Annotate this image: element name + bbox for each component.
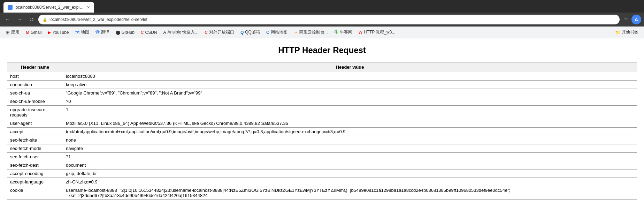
maps-icon: 🗺	[75, 30, 79, 35]
bookmark-aliyun-label: 阿里云控制台...	[299, 29, 328, 35]
header-value-cell: document	[63, 161, 637, 169]
address-bar[interactable]: 🔒 localhost:8080/Servlet_2_war_exploded/…	[38, 15, 620, 24]
active-tab[interactable]: localhost:8080/Servlet_2_war_exploded/he…	[3, 2, 94, 13]
bookmark-newcoder[interactable]: 牛 牛客网	[331, 28, 355, 37]
bookmark-gmail-label: Gmail	[31, 30, 41, 35]
header-value-cell: ?1	[63, 153, 637, 161]
newcoder-icon: 牛	[334, 29, 338, 35]
header-name-cell: connection	[7, 81, 63, 89]
website-icon: C	[266, 30, 269, 35]
bookmark-http-w3[interactable]: W HTTP 教程_w3...	[356, 28, 398, 37]
bookmark-duiwaikai-label: 对外开放端口	[209, 29, 234, 35]
bookmarks-bar: ⊞ 应用 M Gmail ▶ YouTube 🗺 地图 译 翻译 ⬤ GitHu…	[0, 27, 644, 38]
bookmark-csdn[interactable]: C CSDN	[138, 29, 160, 36]
table-row: accept-encodinggzip, deflate, br	[7, 169, 637, 178]
tab-title: localhost:8080/Servlet_2_war_exploded/he…	[15, 5, 85, 10]
header-value-cell: navigate	[63, 144, 637, 153]
header-value-cell: Mozilla/5.0 (X11; Linux x86_64) AppleWeb…	[63, 119, 637, 128]
ansible-icon: A	[163, 30, 166, 35]
forward-button[interactable]: →	[15, 15, 24, 24]
duiwaikai-icon: C	[205, 30, 208, 35]
bookmark-website-label: 网站地图	[271, 29, 288, 35]
github-icon: ⬤	[116, 30, 120, 35]
table-row: accepttext/html,application/xhtml+xml,ap…	[7, 128, 637, 136]
table-row: sec-ch-ua"Google Chrome";v="89", "Chromi…	[7, 89, 637, 97]
bookmark-qq-label: QQ邮箱	[245, 29, 260, 35]
qq-icon: Q	[240, 30, 244, 35]
bookmark-github[interactable]: ⬤ GitHub	[113, 29, 137, 36]
table-row: connectionkeep-alive	[7, 81, 637, 89]
bookmark-qq[interactable]: Q QQ邮箱	[238, 28, 263, 37]
profile-button[interactable]: A	[631, 15, 641, 24]
header-value-cell: none	[63, 136, 637, 144]
bookmarks-star-icon[interactable]: ☆	[622, 15, 630, 23]
table-row: sec-fetch-user?1	[7, 153, 637, 161]
page-title: HTTP Header Request	[7, 45, 637, 55]
bookmark-http-w3-label: HTTP 教程_w3...	[364, 29, 395, 35]
header-name-cell: upgrade-insecure-requests	[7, 106, 63, 119]
tab-close-button[interactable]: ✕	[87, 5, 90, 10]
header-value-cell: keep-alive	[63, 81, 637, 89]
header-name-cell: sec-ch-ua	[7, 89, 63, 97]
table-row: upgrade-insecure-requests1	[7, 106, 637, 119]
reload-button[interactable]: ↺	[26, 15, 36, 24]
browser-chrome: localhost:8080/Servlet_2_war_exploded/he…	[0, 0, 644, 38]
bookmark-maps-label: 地图	[81, 29, 89, 35]
bookmark-aliyun[interactable]: → 阿里云控制台...	[291, 28, 331, 37]
url-text: localhost:8080/Servlet_2_war_exploded/he…	[49, 17, 615, 22]
tab-bar: localhost:8080/Servlet_2_war_exploded/he…	[0, 0, 644, 13]
header-name-cell: accept-language	[7, 178, 63, 186]
header-name-cell: accept-encoding	[7, 169, 63, 178]
bookmark-apps[interactable]: ⊞ 应用	[3, 28, 22, 37]
gmail-icon: M	[26, 30, 29, 35]
bookmark-duiwaikai[interactable]: C 对外开放端口	[202, 28, 237, 37]
tab-favicon	[8, 5, 13, 10]
table-row: cookieusername-localhost-8888="2|1:0|10:…	[7, 186, 637, 200]
headers-table: Header name Header value hostlocalhost:8…	[7, 62, 637, 200]
header-name-cell: accept	[7, 128, 63, 136]
lock-icon: 🔒	[43, 17, 47, 22]
back-button[interactable]: ←	[3, 15, 13, 24]
header-name-cell: sec-ch-ua-mobile	[7, 97, 63, 106]
header-name-cell: sec-fetch-dest	[7, 161, 63, 169]
bookmark-csdn-label: CSDN	[145, 30, 157, 35]
table-row: user-agentMozilla/5.0 (X11; Linux x86_64…	[7, 119, 637, 128]
header-name-cell: sec-fetch-user	[7, 153, 63, 161]
toolbar-right: ☆ A	[622, 15, 641, 24]
header-value-cell: 1	[63, 106, 637, 119]
apps-icon: ⊞	[6, 30, 10, 35]
bookmark-translate[interactable]: 译 翻译	[93, 28, 112, 37]
bookmark-newcoder-label: 牛客网	[340, 29, 352, 35]
bookmark-apps-label: 应用	[11, 29, 20, 35]
header-value-cell: username-localhost-8888="2|1:0|10:161534…	[63, 186, 637, 200]
bookmark-github-label: GitHub	[122, 30, 135, 35]
header-value-cell: ?0	[63, 97, 637, 106]
omnibar-row: ← → ↺ 🔒 localhost:8080/Servlet_2_war_exp…	[0, 13, 644, 27]
youtube-icon: ▶	[48, 30, 51, 35]
header-name-cell: user-agent	[7, 119, 63, 128]
col-header-value: Header value	[63, 62, 637, 72]
bookmark-ansible-label: Ansible 快速入...	[168, 29, 199, 35]
bookmark-gmail[interactable]: M Gmail	[23, 29, 44, 36]
table-row: hostlocalhost:8080	[7, 72, 637, 81]
header-name-cell: sec-fetch-mode	[7, 144, 63, 153]
bookmark-maps[interactable]: 🗺 地图	[72, 28, 92, 37]
header-name-cell: cookie	[7, 186, 63, 200]
bookmark-youtube-label: YouTube	[52, 30, 69, 35]
bookmark-website[interactable]: C 网站地图	[263, 28, 290, 37]
header-value-cell: localhost:8080	[63, 72, 637, 81]
more-bookmarks-icon: 📁	[615, 30, 620, 35]
header-name-cell: sec-fetch-site	[7, 136, 63, 144]
header-value-cell: zh-CN,zh;q=0.9	[63, 178, 637, 186]
header-value-cell: "Google Chrome";v="89", "Chromium";v="89…	[63, 89, 637, 97]
bookmark-more-label: 其他书签	[622, 29, 638, 35]
header-value-cell: text/html,application/xhtml+xml,applicat…	[63, 128, 637, 136]
bookmark-ansible[interactable]: A Ansible 快速入...	[161, 28, 201, 37]
csdn-icon: C	[141, 30, 144, 35]
bookmark-youtube[interactable]: ▶ YouTube	[45, 29, 71, 36]
translate-icon: 译	[95, 29, 100, 35]
bookmark-more[interactable]: 📁 其他书签	[612, 28, 641, 37]
page-content: HTTP Header Request Header name Header v…	[0, 38, 644, 207]
header-value-cell: gzip, deflate, br	[63, 169, 637, 178]
table-row: sec-fetch-sitenone	[7, 136, 637, 144]
